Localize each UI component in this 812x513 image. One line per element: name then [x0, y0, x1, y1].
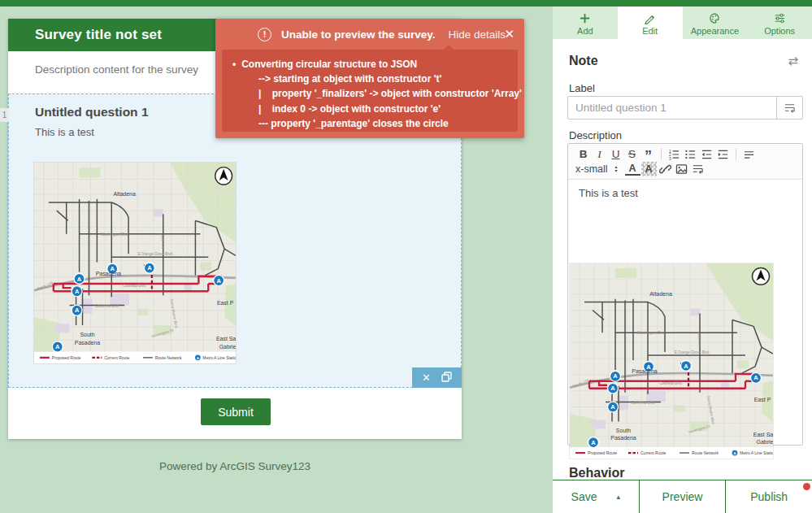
rte-toolbar-row2: x-small ▴ ▾ A A: [568, 162, 802, 180]
question-action-bar: ✕: [412, 367, 462, 388]
error-detail-line: --> starting at object with constructor …: [222, 72, 518, 86]
rte-map-image: [570, 263, 773, 459]
plus-icon: [579, 12, 591, 24]
label-input[interactable]: [568, 97, 776, 119]
section-title: Note: [569, 54, 598, 68]
duplicate-question-icon[interactable]: [441, 372, 452, 384]
link-button[interactable]: [658, 162, 673, 176]
error-toast-header: ! Unable to preview the survey. Hide det…: [215, 19, 524, 50]
tab-edit[interactable]: Edit: [618, 7, 683, 39]
rte-content-area[interactable]: This is a test: [568, 180, 802, 445]
rich-text-editor: B I U S ” 123: [567, 143, 803, 446]
behavior-heading: Behavior: [569, 466, 624, 480]
close-icon[interactable]: ✕: [504, 27, 515, 41]
hide-details-link[interactable]: Hide details: [449, 28, 506, 41]
powered-by-text: Powered by ArcGIS Survey123: [8, 460, 462, 472]
italic-button[interactable]: I: [592, 147, 607, 162]
sliders-icon: [774, 12, 786, 24]
bold-button[interactable]: B: [575, 147, 591, 162]
error-details-panel: •Converting circular structure to JSON -…: [222, 50, 518, 132]
question-number-tab: 1: [0, 108, 9, 122]
toolbar-divider: [661, 148, 662, 160]
label-field-label: Label: [569, 82, 595, 94]
editor-footer: Save ▴ Preview Publish: [553, 480, 812, 513]
palette-icon: [709, 12, 721, 24]
error-icon: !: [258, 28, 271, 41]
stepper-down-icon: ▾: [615, 169, 618, 173]
insert-dynamic-text-button[interactable]: [690, 162, 706, 176]
editor-panel: Add Edit Appearance Options Note ⇄ Label: [553, 7, 812, 513]
publish-button[interactable]: Publish: [725, 480, 812, 513]
app-top-bar: [0, 0, 812, 7]
bullet-icon: •: [232, 59, 236, 70]
details-notch: [443, 45, 454, 50]
label-field-row: [567, 96, 803, 120]
error-detail-line: •Converting circular structure to JSON: [222, 57, 518, 72]
preview-button[interactable]: Preview: [639, 480, 726, 513]
question-description: This is a test: [35, 126, 94, 138]
indent-button[interactable]: [715, 147, 731, 162]
editor-tabs: Add Edit Appearance Options: [553, 7, 812, 39]
svg-text:3: 3: [669, 157, 671, 160]
tab-options[interactable]: Options: [747, 7, 812, 39]
font-size-stepper[interactable]: ▴ ▾: [615, 165, 618, 173]
insert-dynamic-text-button[interactable]: [776, 97, 802, 119]
tab-add[interactable]: Add: [553, 7, 618, 39]
error-toast: ! Unable to preview the survey. Hide det…: [215, 19, 524, 138]
unordered-list-button[interactable]: [683, 147, 698, 162]
save-menu-caret-icon[interactable]: ▴: [617, 493, 621, 501]
align-button[interactable]: [741, 147, 757, 162]
error-title: Unable to preview the survey.: [281, 28, 436, 41]
ordered-list-button[interactable]: 123: [667, 147, 682, 162]
insert-text-icon: [784, 102, 796, 114]
swap-question-type-icon[interactable]: ⇄: [788, 54, 798, 68]
survey-title: Survey title not set: [8, 27, 162, 43]
insert-image-button[interactable]: [674, 162, 689, 176]
highlight-color-button[interactable]: A: [641, 162, 657, 176]
underline-button[interactable]: U: [608, 147, 623, 162]
blockquote-button[interactable]: ”: [640, 147, 656, 162]
rte-text: This is a test: [568, 180, 802, 207]
strikethrough-button[interactable]: S: [624, 147, 640, 162]
question-label: Untitled question 1: [35, 105, 149, 120]
error-detail-line: | index 0 -> object with constructor 'e': [222, 102, 518, 116]
font-size-select[interactable]: x-small: [575, 163, 608, 175]
notification-dot: [803, 483, 810, 490]
error-detail-line: | property '_finalizers' -> object with …: [222, 86, 518, 101]
outdent-button[interactable]: [699, 147, 714, 162]
pencil-icon: [644, 12, 656, 24]
save-button[interactable]: Save ▴: [553, 480, 639, 513]
text-color-button[interactable]: A: [625, 163, 640, 176]
delete-question-icon[interactable]: ✕: [422, 372, 431, 383]
question-map-image: [34, 163, 236, 363]
description-field-label: Description: [569, 129, 622, 141]
rte-toolbar-row1: B I U S ” 123: [568, 144, 802, 162]
error-detail-line: --- property '_parentage' closes the cir…: [222, 116, 518, 131]
tab-appearance[interactable]: Appearance: [683, 7, 748, 39]
toolbar-divider: [736, 148, 736, 160]
submit-button[interactable]: Submit: [201, 398, 271, 425]
